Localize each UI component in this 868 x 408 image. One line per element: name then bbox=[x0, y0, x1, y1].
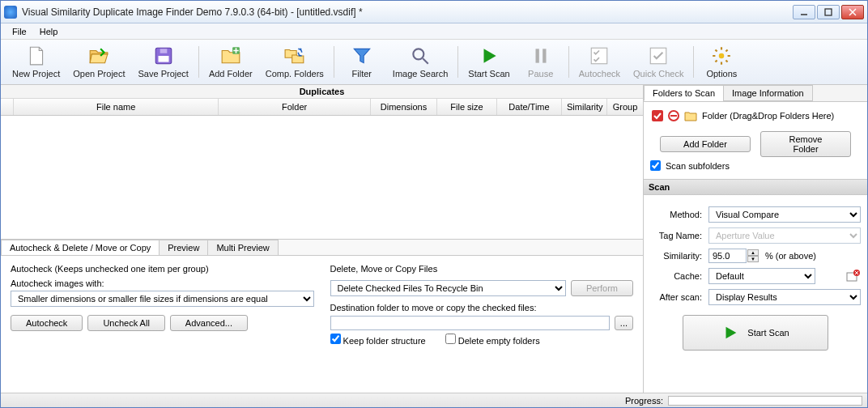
play-icon bbox=[479, 45, 500, 66]
col-dimensions[interactable]: Dimensions bbox=[371, 99, 437, 115]
svg-point-8 bbox=[413, 49, 423, 59]
pause-button[interactable]: Pause bbox=[517, 41, 565, 83]
col-file-size[interactable]: File size bbox=[437, 99, 497, 115]
after-scan-select[interactable]: Display Results bbox=[708, 289, 861, 305]
tab-multi-preview[interactable]: Multi Preview bbox=[207, 240, 278, 255]
cache-select[interactable]: Default bbox=[708, 268, 815, 284]
folders-sync-icon bbox=[284, 45, 305, 66]
open-project-button[interactable]: Open Project bbox=[66, 41, 131, 83]
add-folder-button-right[interactable]: Add Folder bbox=[660, 136, 751, 152]
action-panel: Delete, Move or Copy Files Delete Checke… bbox=[326, 261, 639, 388]
search-icon bbox=[410, 45, 431, 66]
autocheck-panel: Autocheck (Keeps unchecked one item per … bbox=[6, 261, 319, 388]
svg-rect-6 bbox=[160, 49, 167, 53]
progress-label: Progress: bbox=[625, 396, 663, 406]
delete-empty-check[interactable]: Delete empty folders bbox=[445, 334, 540, 346]
autocheck-button-tb[interactable]: Autocheck bbox=[572, 41, 627, 83]
dest-label: Destination folder to move or copy the c… bbox=[330, 303, 634, 312]
autocheck-hint: Autocheck (Keeps unchecked one item per … bbox=[11, 264, 314, 274]
similarity-label: Similarity: bbox=[650, 251, 708, 261]
menubar: File Help bbox=[1, 23, 867, 40]
folder-icon bbox=[684, 110, 697, 121]
toolbar: New Project Open Project Save Project Ad… bbox=[1, 40, 867, 85]
save-icon bbox=[153, 45, 174, 66]
clear-cache-icon[interactable] bbox=[846, 270, 861, 283]
filter-button[interactable]: Filter bbox=[338, 41, 386, 83]
flash-check-icon bbox=[648, 45, 669, 66]
tag-label: Tag Name: bbox=[650, 231, 708, 240]
advanced-button[interactable]: Advanced... bbox=[170, 315, 248, 331]
save-project-button[interactable]: Save Project bbox=[132, 41, 195, 83]
col-similarity[interactable]: Similarity bbox=[562, 99, 607, 115]
action-title: Delete, Move or Copy Files bbox=[330, 264, 634, 274]
dest-folder-input[interactable] bbox=[330, 316, 610, 330]
autocheck-criteria-select[interactable]: Smaller dimensions or smaller file sizes… bbox=[11, 291, 314, 307]
method-select[interactable]: Visual Compare bbox=[708, 206, 861, 223]
start-scan-big-button[interactable]: Start Scan bbox=[683, 315, 828, 351]
check-red-icon bbox=[652, 110, 663, 121]
similarity-spinner[interactable]: ▲▼ bbox=[708, 249, 759, 263]
svg-rect-15 bbox=[652, 110, 663, 121]
after-scan-label: After scan: bbox=[650, 292, 708, 302]
titlebar: Visual Similarity Duplicate Image Finder… bbox=[1, 1, 867, 23]
tab-preview[interactable]: Preview bbox=[159, 240, 208, 255]
image-search-button[interactable]: Image Search bbox=[386, 41, 454, 83]
file-icon bbox=[26, 45, 47, 66]
svg-rect-10 bbox=[535, 49, 538, 62]
folder-plus-icon bbox=[220, 45, 241, 66]
uncheck-all-button[interactable]: Uncheck All bbox=[87, 315, 164, 331]
autocheck-criteria-label: Autocheck images with: bbox=[11, 278, 314, 288]
svg-line-9 bbox=[423, 58, 428, 64]
folder-placeholder-row[interactable]: Folder (Drag&Drop Folders Here) bbox=[650, 107, 861, 125]
menu-file[interactable]: File bbox=[6, 25, 33, 38]
spinner-down[interactable]: ▼ bbox=[747, 256, 759, 262]
quick-check-button[interactable]: Quick Check bbox=[627, 41, 690, 83]
gear-icon bbox=[711, 45, 732, 66]
close-button[interactable] bbox=[841, 5, 864, 19]
tab-image-information[interactable]: Image Information bbox=[723, 85, 813, 101]
new-project-button[interactable]: New Project bbox=[6, 41, 66, 83]
autocheck-button[interactable]: Autocheck bbox=[11, 315, 83, 331]
funnel-icon bbox=[351, 45, 372, 66]
keep-structure-check[interactable]: Keep folder structure bbox=[330, 334, 426, 346]
grid-body[interactable] bbox=[1, 116, 643, 239]
svg-rect-5 bbox=[158, 56, 168, 62]
duplicates-title: Duplicates bbox=[1, 85, 643, 99]
tab-autocheck[interactable]: Autocheck & Delete / Move or Copy bbox=[1, 240, 160, 255]
browse-button[interactable]: ... bbox=[615, 316, 633, 330]
grid-header: File name Folder Dimensions File size Da… bbox=[1, 99, 643, 116]
pause-icon bbox=[530, 45, 551, 66]
window-title: Visual Similarity Duplicate Image Finder… bbox=[22, 6, 793, 18]
perform-button[interactable]: Perform bbox=[571, 280, 633, 296]
col-group[interactable]: Group bbox=[607, 99, 643, 115]
col-file-name[interactable]: File name bbox=[14, 99, 219, 115]
svg-rect-12 bbox=[592, 48, 608, 64]
comp-folders-button[interactable]: Comp. Folders bbox=[259, 41, 330, 83]
action-select[interactable]: Delete Checked Files To Recycle Bin bbox=[330, 280, 566, 296]
scan-subfolders-check[interactable]: Scan subfolders bbox=[650, 160, 861, 171]
maximize-button[interactable] bbox=[817, 5, 840, 19]
options-button[interactable]: Options bbox=[697, 41, 746, 83]
start-scan-button[interactable]: Start Scan bbox=[462, 41, 516, 83]
remove-folder-button[interactable]: Remove Folder bbox=[760, 131, 851, 157]
svg-rect-1 bbox=[825, 9, 832, 15]
method-label: Method: bbox=[650, 210, 708, 219]
checklist-icon bbox=[589, 45, 610, 66]
svg-point-14 bbox=[719, 53, 725, 59]
bottom-tabs: Autocheck & Delete / Move or Copy Previe… bbox=[1, 239, 643, 255]
add-folder-button[interactable]: Add Folder bbox=[202, 41, 259, 83]
similarity-suffix: % (or above) bbox=[765, 251, 816, 261]
spinner-up[interactable]: ▲ bbox=[747, 249, 759, 256]
menu-help[interactable]: Help bbox=[33, 25, 65, 38]
svg-rect-11 bbox=[542, 49, 546, 62]
tag-select: Aperture Value bbox=[708, 227, 861, 244]
progress-bar bbox=[668, 396, 862, 406]
col-date-time[interactable]: Date/Time bbox=[497, 99, 562, 115]
play-icon bbox=[721, 324, 739, 342]
col-folder[interactable]: Folder bbox=[219, 99, 371, 115]
folder-placeholder-text: Folder (Drag&Drop Folders Here) bbox=[702, 111, 834, 121]
minimize-button[interactable] bbox=[793, 5, 815, 19]
scan-header: Scan bbox=[644, 179, 867, 195]
forbidden-icon bbox=[668, 110, 679, 121]
tab-folders-to-scan[interactable]: Folders to Scan bbox=[644, 85, 724, 101]
